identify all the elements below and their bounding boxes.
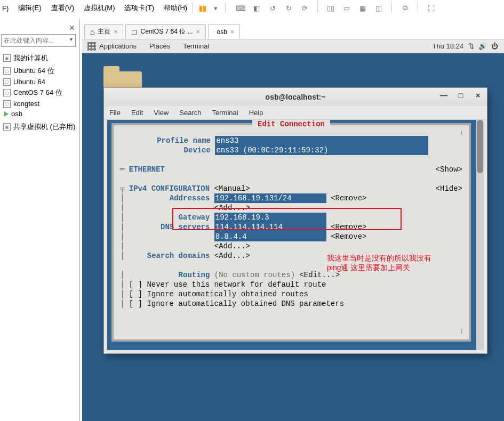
vm-display[interactable]: Applications Places Terminal Thu 18:24 ⇅… bbox=[82, 39, 504, 421]
tab-osb[interactable]: osb× bbox=[208, 24, 240, 39]
computer-icon: ▣ bbox=[3, 54, 11, 62]
checkbox-default-route[interactable]: [ ] Never use this network for default r… bbox=[129, 280, 326, 289]
device-label: Device bbox=[184, 146, 211, 155]
ethernet-section[interactable]: ETHERNET bbox=[129, 165, 165, 174]
tab-home[interactable]: ⌂主页× bbox=[84, 24, 123, 39]
tree-item-label: osb bbox=[11, 110, 22, 118]
minimize-button[interactable]: — bbox=[439, 91, 449, 100]
checkbox-ignore-routes[interactable]: [ ] Ignore automatically obtained routes bbox=[129, 290, 308, 298]
ipv4-section: IPv4 CONFIGURATION bbox=[129, 184, 210, 193]
layout1-icon[interactable]: ▯▯ bbox=[324, 2, 337, 14]
console-icon[interactable]: ⧉ bbox=[398, 2, 411, 14]
layout4-icon[interactable]: ◫ bbox=[372, 2, 385, 14]
show-button[interactable]: <Show> bbox=[436, 165, 462, 174]
fullscreen-icon[interactable]: ⛶ bbox=[425, 2, 437, 14]
scroll-down-icon: ↓ bbox=[460, 327, 463, 336]
tab-label: 主页 bbox=[98, 27, 110, 36]
search-input[interactable] bbox=[1, 34, 76, 47]
window-title: osb@localhost:~ bbox=[266, 93, 326, 101]
snapshot-icon[interactable]: ◧ bbox=[250, 2, 263, 14]
menu-vm[interactable]: 虚拟机(M) bbox=[83, 2, 116, 14]
panel-clock[interactable]: Thu 18:24 bbox=[432, 42, 463, 50]
close-button[interactable]: × bbox=[473, 91, 483, 100]
menu-edit[interactable]: 编辑(E) bbox=[17, 2, 42, 14]
menu-terminal[interactable]: Terminal bbox=[212, 109, 238, 117]
profile-name-field[interactable]: ens33 bbox=[215, 136, 428, 145]
tree-root-label: 我的计算机 bbox=[13, 53, 48, 63]
toolbar-separator bbox=[193, 3, 193, 13]
remove-button[interactable]: <Remove> bbox=[331, 232, 366, 241]
tree-item[interactable]: osb bbox=[3, 109, 79, 119]
close-icon[interactable]: × bbox=[114, 28, 117, 36]
send-keys-icon[interactable]: ⌨ bbox=[234, 2, 247, 14]
menu-help[interactable]: Help bbox=[249, 109, 263, 117]
hide-button[interactable]: <Hide> bbox=[436, 184, 462, 193]
tree-item-label: kongtest bbox=[13, 100, 39, 108]
search-wrap bbox=[0, 29, 79, 49]
network-icon[interactable]: ⇅ bbox=[467, 42, 475, 50]
panel-apps[interactable]: Applications bbox=[99, 42, 137, 50]
tab-centos[interactable]: ▢CentOS 7 64 位 ...× bbox=[125, 24, 205, 39]
forward-icon[interactable]: ↻ bbox=[282, 2, 295, 14]
search-domains-label: Search domains bbox=[147, 252, 210, 260]
terminal-body[interactable]: Edit Connection ↑ ↓ Profile name ens33 D… bbox=[107, 120, 484, 350]
panel-places[interactable]: Places bbox=[149, 42, 170, 50]
gnome-top-panel: Applications Places Terminal Thu 18:24 ⇅… bbox=[82, 39, 504, 53]
toolbar-separator bbox=[418, 2, 418, 12]
tabs-row: ⌂主页× ▢CentOS 7 64 位 ...× osb× bbox=[82, 22, 504, 39]
tree-item[interactable]: ▢Ubuntu 64 bbox=[3, 77, 79, 87]
menu-view[interactable]: 查看(V) bbox=[50, 2, 75, 14]
tab-label: osb bbox=[217, 28, 227, 36]
pause-icon[interactable]: ▮▮ bbox=[196, 2, 209, 14]
vm-icon: ▢ bbox=[3, 78, 11, 86]
tree-item[interactable]: ▢CentOS 7 64 位 bbox=[3, 87, 79, 99]
close-icon[interactable]: × bbox=[196, 28, 200, 36]
annotation-text: 我这里当时是没有的所以我没有 ping通 这里需要加上网关 bbox=[327, 253, 444, 272]
dns2-field[interactable]: 8.8.4.4 bbox=[214, 232, 326, 241]
menu-help[interactable]: 帮助(H) bbox=[163, 2, 188, 14]
close-icon[interactable]: × bbox=[230, 28, 234, 36]
tree-item[interactable]: ▢kongtest bbox=[3, 99, 79, 109]
address-field[interactable]: 192.168.19.131/24 bbox=[214, 193, 326, 203]
menu-view[interactable]: View bbox=[154, 109, 169, 117]
routing-label: Routing bbox=[179, 271, 210, 279]
tui-title: Edit Connection bbox=[258, 120, 325, 128]
maximize-button[interactable]: □ bbox=[456, 91, 466, 100]
vm-icon: ▢ bbox=[3, 89, 11, 96]
running-vm-icon bbox=[4, 111, 9, 117]
menu-file[interactable]: File bbox=[109, 109, 121, 117]
window-titlebar[interactable]: osb@localhost:~ — □ × bbox=[104, 88, 487, 106]
add-button[interactable]: <Add...> bbox=[214, 252, 250, 260]
host-menubar: F) 编辑(E) 查看(V) 虚拟机(M) 选项卡(T) 帮助(H) bbox=[0, 0, 189, 16]
dropdown-icon[interactable]: ▾ bbox=[209, 2, 222, 14]
toolbar-separator bbox=[225, 3, 226, 13]
add-button[interactable]: <Add...> bbox=[214, 242, 250, 250]
layout2-icon[interactable]: ▭ bbox=[340, 2, 353, 14]
vm-icon: ▢ bbox=[3, 100, 11, 108]
ipv4-mode[interactable]: <Manual> bbox=[214, 184, 250, 193]
tree-root[interactable]: ▣我的计算机 bbox=[3, 52, 79, 65]
tree-shared[interactable]: ▣共享虚拟机 (已弃用) bbox=[3, 121, 79, 134]
scrollbar[interactable] bbox=[476, 120, 484, 350]
tab-label: CentOS 7 64 位 ... bbox=[140, 27, 193, 36]
scroll-up-icon: ↑ bbox=[460, 128, 463, 138]
menu-edit[interactable]: Edit bbox=[131, 109, 143, 117]
addresses-label: Addresses bbox=[170, 194, 210, 203]
device-field[interactable]: ens33 (00:0C:29:11:59:32) bbox=[215, 145, 428, 155]
panel-terminal[interactable]: Terminal bbox=[183, 42, 209, 50]
power-icon[interactable]: ⏻ bbox=[490, 42, 499, 50]
tree-item-label: Ubuntu 64 位 bbox=[13, 66, 54, 76]
checkbox-ignore-dns[interactable]: [ ] Ignore automatically obtained DNS pa… bbox=[129, 299, 344, 308]
menu-file[interactable]: F) bbox=[1, 3, 10, 13]
revert-icon[interactable]: ↺ bbox=[266, 2, 279, 14]
remove-button[interactable]: <Remove> bbox=[331, 194, 366, 203]
manage-icon[interactable]: ⟳ bbox=[298, 2, 311, 14]
menu-tabs[interactable]: 选项卡(T) bbox=[123, 2, 155, 14]
sidebar: × ▣我的计算机 ▢Ubuntu 64 位 ▢Ubuntu 64 ▢CentOS… bbox=[0, 19, 80, 421]
tree-item[interactable]: ▢Ubuntu 64 位 bbox=[3, 65, 79, 77]
layout3-icon[interactable]: ▦ bbox=[356, 2, 369, 14]
profile-label: Profile name bbox=[157, 136, 211, 145]
volume-icon[interactable]: 🔊 bbox=[478, 42, 487, 50]
menu-search[interactable]: Search bbox=[179, 109, 201, 117]
scrollbar-thumb[interactable] bbox=[477, 120, 483, 173]
